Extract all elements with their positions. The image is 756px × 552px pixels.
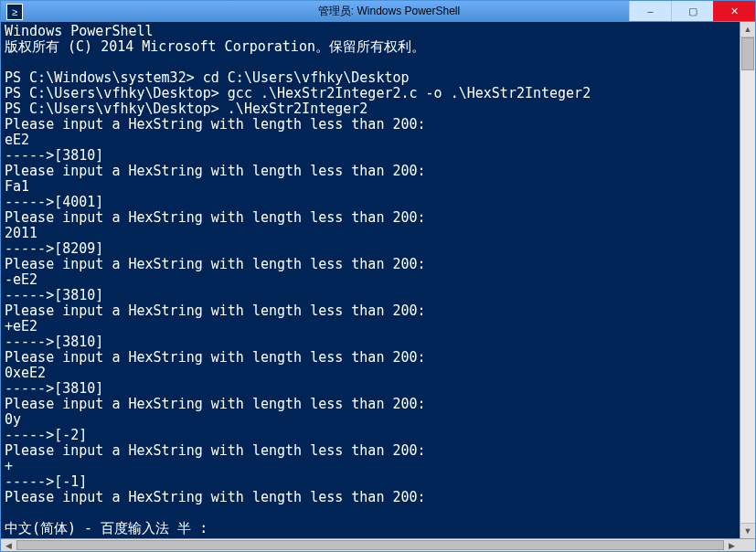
terminal-line: 0xeE2	[5, 366, 740, 381]
terminal-line: eE2	[5, 133, 740, 148]
terminal-line: +eE2	[5, 319, 740, 334]
powershell-icon: ≥	[6, 4, 23, 20]
minimize-button[interactable]: –	[629, 1, 671, 21]
scroll-right-arrow-icon[interactable]: ▶	[724, 539, 740, 551]
terminal-line: ----->[3810]	[5, 288, 740, 303]
titlebar[interactable]: ≥ 管理员: Windows PowerShell – ▢ ✕	[1, 1, 755, 22]
terminal-line: Windows PowerShell	[5, 24, 740, 39]
terminal-line: +	[5, 459, 740, 474]
maximize-button[interactable]: ▢	[671, 1, 713, 21]
terminal-output[interactable]: Windows PowerShell版权所有 (C) 2014 Microsof…	[1, 22, 740, 538]
vertical-scroll-thumb[interactable]	[741, 37, 754, 70]
terminal-line: Please input a HexString with length les…	[5, 117, 740, 133]
scroll-up-arrow-icon[interactable]: ▲	[740, 22, 755, 37]
horizontal-scroll-track[interactable]	[16, 539, 724, 551]
terminal-line	[5, 55, 740, 70]
terminal-line: ----->[3810]	[5, 334, 740, 350]
terminal-line: PS C:\Users\vfhky\Desktop> .\HexStr2Inte…	[5, 101, 740, 117]
powershell-window: ≥ 管理员: Windows PowerShell – ▢ ✕ Windows …	[0, 0, 756, 552]
terminal-line: PS C:\Users\vfhky\Desktop> gcc .\HexStr2…	[5, 86, 740, 101]
scrollbar-corner	[740, 539, 755, 551]
close-button[interactable]: ✕	[713, 1, 755, 21]
terminal-line: PS C:\Windows\system32> cd C:\Users\vfhk…	[5, 70, 740, 86]
terminal-line: ----->[8209]	[5, 241, 740, 257]
terminal-line: ----->[3810]	[5, 148, 740, 164]
window-controls: – ▢ ✕	[629, 1, 755, 21]
terminal-line: -eE2	[5, 272, 740, 288]
terminal-line: Please input a HexString with length les…	[5, 257, 740, 272]
terminal-line: Please input a HexString with length les…	[5, 397, 740, 412]
horizontal-scrollbar[interactable]: ◀ ▶	[1, 538, 755, 551]
terminal-line: Fa1	[5, 179, 740, 195]
terminal-line: ----->[4001]	[5, 195, 740, 210]
scroll-left-arrow-icon[interactable]: ◀	[1, 539, 16, 551]
client-area: Windows PowerShell版权所有 (C) 2014 Microsof…	[1, 22, 755, 538]
terminal-line: Please input a HexString with length les…	[5, 350, 740, 366]
horizontal-scroll-thumb[interactable]	[16, 540, 724, 550]
terminal-line: Please input a HexString with length les…	[5, 164, 740, 179]
terminal-line: Please input a HexString with length les…	[5, 210, 740, 226]
terminal-line: Please input a HexString with length les…	[5, 490, 740, 505]
vertical-scroll-track[interactable]	[740, 37, 755, 523]
terminal-line	[5, 505, 740, 521]
terminal-line: Please input a HexString with length les…	[5, 303, 740, 319]
terminal-line: 0y	[5, 412, 740, 428]
terminal-line: 版权所有 (C) 2014 Microsoft Corporation。保留所有…	[5, 39, 740, 55]
scroll-down-arrow-icon[interactable]: ▼	[740, 523, 755, 538]
terminal-line: Please input a HexString with length les…	[5, 443, 740, 459]
vertical-scrollbar[interactable]: ▲ ▼	[740, 22, 755, 538]
terminal-line: ----->[-2]	[5, 428, 740, 443]
terminal-line: ----->[-1]	[5, 474, 740, 490]
terminal-line: ----->[3810]	[5, 381, 740, 397]
terminal-line: 2011	[5, 226, 740, 241]
terminal-line: 中文(简体) - 百度输入法 半 :	[5, 521, 740, 536]
